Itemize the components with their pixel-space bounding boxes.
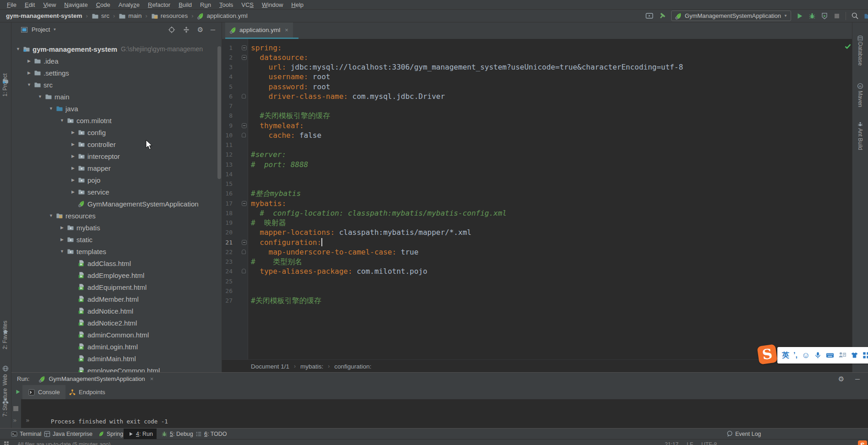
tree-item-addemployee-html[interactable]: HaddEmployee.html [11,269,217,281]
tree-item-addnotice-html[interactable]: HaddNotice.html [11,305,217,317]
ime-skin-icon[interactable] [851,352,858,359]
stripe-button-web[interactable]: Web [2,374,8,385]
menu-item-navigate[interactable]: Navigate [60,1,92,9]
tree-item-idea[interactable]: ▶.idea [11,55,217,67]
ime-emoji-icon[interactable]: ☺ [802,351,810,360]
menu-item-help[interactable]: Help [287,1,308,9]
line-separator[interactable]: LF [687,441,693,445]
tree-item-employeecommon-html[interactable]: HemployeeCommon.html [11,364,217,372]
fold-minus-icon[interactable] [242,201,247,206]
fold-minus-icon[interactable] [242,123,247,128]
menu-item-vcs[interactable]: VCS [237,1,258,9]
tree-item-java[interactable]: ▼java [11,103,217,114]
tree-item-main[interactable]: ▼main [11,91,217,103]
tree-item-resources[interactable]: ▼resources [11,210,217,222]
tree-closed-arrow-icon[interactable]: ▶ [58,237,66,242]
stripe-button-1-project[interactable]: 1: Project [2,73,8,97]
tree-item-interceptor[interactable]: ▶interceptor [11,150,217,162]
tree-item-static[interactable]: ▶static [11,233,217,245]
tree-item-templates[interactable]: ▼templates [11,245,217,257]
fold-arch-icon[interactable] [242,269,246,273]
caret-position[interactable]: 21:17 [665,441,678,445]
menu-item-code[interactable]: Code [92,1,114,9]
tree-open-arrow-icon[interactable]: ▼ [25,82,33,87]
tree-closed-arrow-icon[interactable]: ▶ [25,71,33,75]
tab-application-yml[interactable]: application.yml × [225,22,293,38]
collapse-all-icon[interactable] [183,26,190,33]
tree-open-arrow-icon[interactable]: ▼ [58,118,66,123]
tree-closed-arrow-icon[interactable]: ▶ [25,59,33,63]
stripe-button-maven[interactable]: Maven [857,91,863,107]
rerun-button[interactable] [15,389,21,395]
run-config-select[interactable]: GymManagementSystemApplication ▼ [671,11,791,21]
tree-closed-arrow-icon[interactable]: ▶ [69,190,77,194]
fold-minus-icon[interactable] [242,55,247,60]
menu-item-run[interactable]: Run [196,1,215,9]
tree-open-arrow-icon[interactable]: ▼ [58,249,66,254]
event-log-button[interactable]: Event Log [726,429,761,439]
console-output[interactable]: » Process finished with exit code -1 [21,399,868,429]
toolwindow-button-6-todo[interactable]: 6: TODO [195,429,227,439]
editor-code-area[interactable]: spring: datasource: url: jdbc:mysql://lo… [248,39,852,359]
menu-item-analyze[interactable]: Analyze [114,1,144,9]
debug-button[interactable] [808,12,816,20]
breadcrumb-item-main[interactable]: main [119,12,141,20]
tree-closed-arrow-icon[interactable]: ▶ [69,130,77,135]
menu-item-view[interactable]: View [39,1,60,9]
run-tab-close-icon[interactable]: × [150,375,154,382]
coverage-button[interactable] [821,12,828,20]
console-chevron-icon[interactable]: » [26,417,29,424]
fold-arch-icon[interactable] [242,133,246,137]
fold-minus-icon[interactable] [242,45,247,50]
toolwindow-button-java-enterprise[interactable]: Java Enterprise [44,429,92,439]
breadcrumb-item-application-yml[interactable]: application.yml [197,12,247,20]
tree-open-arrow-icon[interactable]: ▼ [47,213,55,218]
tree-item-com-milotnt[interactable]: ▼com.milotnt [11,114,217,126]
tree-closed-arrow-icon[interactable]: ▶ [69,166,77,170]
locate-file-icon[interactable] [168,26,175,33]
ime-mic-icon[interactable] [814,352,822,359]
fold-minus-icon[interactable] [242,240,247,245]
menu-item-refactor[interactable]: Refactor [144,1,174,9]
tree-item-gymmanagementsystemapplication[interactable]: GymManagementSystemApplication [11,198,217,210]
tree-closed-arrow-icon[interactable]: ▶ [69,178,77,182]
tree-item-controller[interactable]: ▶controller [11,138,217,150]
tree-item-gym-management-system[interactable]: ▼gym-management-systemG:\shejiing\gym-ma… [11,43,217,55]
tab-close-icon[interactable]: × [285,27,288,33]
ime-language-toggle[interactable]: 英 [782,351,789,360]
preview-window-icon[interactable] [646,12,653,20]
tree-scrollbar-thumb[interactable] [217,46,221,179]
sogou-logo[interactable]: S [757,344,777,364]
file-encoding[interactable]: UTF-8 [701,441,717,445]
ime-punctuation-toggle[interactable]: ’, [793,351,797,359]
project-panel-header[interactable]: Project ▼ ⚙ ─ [11,22,222,37]
tree-open-arrow-icon[interactable]: ▼ [14,47,22,51]
fold-arch-icon[interactable] [242,250,246,254]
tree-closed-arrow-icon[interactable]: ▶ [69,142,77,147]
stripe-button-ant-build[interactable]: Ant Build [857,128,863,150]
tree-item-pojo[interactable]: ▶pojo [11,174,217,186]
tree-item-mybatis[interactable]: ▶mybatis [11,222,217,233]
run-tab-console[interactable]: Console [22,385,65,399]
menu-item-build[interactable]: Build [174,1,196,9]
run-button[interactable] [796,12,803,20]
tree-closed-arrow-icon[interactable]: ▶ [69,154,77,158]
stripe-button-database[interactable]: Database [857,42,863,65]
tree-item-src[interactable]: ▼src [11,79,217,91]
ime-toolbox-icon[interactable] [863,352,868,359]
ime-clipboard-icon[interactable] [838,351,846,359]
fold-arch-icon[interactable] [242,94,246,98]
tree-item-adminmain-html[interactable]: HadminMain.html [11,353,217,364]
tree-open-arrow-icon[interactable]: ▼ [47,106,55,111]
toolwindow-button-terminal[interactable]: Terminal [11,429,41,439]
menu-item-window[interactable]: Window [258,1,287,9]
menu-item-file[interactable]: File [3,1,21,9]
console-chevron-icon[interactable]: » [13,417,16,424]
stop-button[interactable] [833,12,841,20]
tree-item-adminlogin-html[interactable]: HadminLogin.html [11,341,217,353]
run-tab[interactable]: GymManagementSystemApplication × [38,375,153,383]
project-quick-icon[interactable] [864,12,868,20]
tree-item-addequipment-html[interactable]: HaddEquipment.html [11,281,217,293]
toolwindow-switcher-icon[interactable] [4,441,9,445]
tree-item-addmember-html[interactable]: HaddMember.html [11,293,217,305]
